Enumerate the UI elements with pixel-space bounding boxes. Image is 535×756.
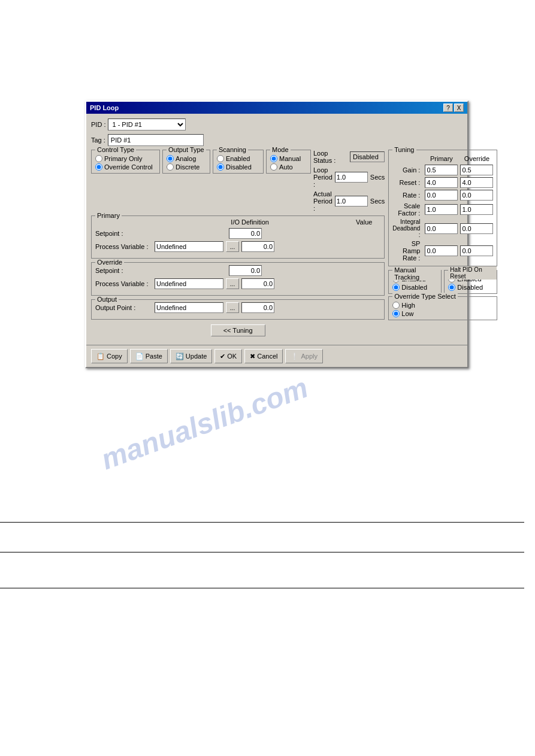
manual-tracking-disabled[interactable]: Disabled <box>392 284 437 291</box>
analog-radio[interactable] <box>167 155 174 162</box>
tuning-spramp-override[interactable] <box>460 245 493 256</box>
tuning-integral-override[interactable] <box>460 223 493 234</box>
output-section: Output Output Point : ... <box>91 299 385 320</box>
tuning-gain-primary[interactable] <box>425 165 458 175</box>
scanning-disabled-option[interactable]: Disabled <box>217 163 259 171</box>
scanning-enabled-option[interactable]: Enabled <box>217 155 259 162</box>
tuning-rate-primary[interactable] <box>425 190 458 201</box>
output-point-value[interactable] <box>241 302 274 313</box>
override-type-high-radio[interactable] <box>392 302 400 309</box>
cancel-button[interactable]: ✖ Cancel <box>244 349 283 363</box>
tuning-spramp-primary[interactable] <box>425 245 458 256</box>
override-type-low-radio[interactable] <box>392 310 400 317</box>
tuning-button[interactable]: << Tuning <box>211 324 265 336</box>
tag-input[interactable] <box>108 134 204 146</box>
override-control-label: Override Control <box>104 163 153 171</box>
manual-tracking-disabled-radio[interactable] <box>392 284 400 291</box>
mode-auto-radio[interactable] <box>270 163 277 171</box>
scanning-enabled-radio[interactable] <box>217 155 224 162</box>
mode-group: Mode Manual Auto <box>266 150 311 174</box>
override-pv-io[interactable] <box>155 278 223 289</box>
update-label: Update <box>186 353 207 360</box>
loop-status-value: Disabled <box>350 151 385 162</box>
tuning-reset-override[interactable] <box>460 177 493 188</box>
tuning-scale-primary[interactable] <box>425 204 458 215</box>
primary-only-radio[interactable] <box>95 155 102 162</box>
primary-pv-browse[interactable]: ... <box>226 241 239 252</box>
tuning-rate-override[interactable] <box>460 190 493 201</box>
tuning-integral-primary[interactable] <box>425 223 458 234</box>
primary-pv-io[interactable] <box>155 241 223 252</box>
pid-row: PID : 1 - PID #1 <box>91 119 463 130</box>
tuning-scale-override[interactable] <box>460 204 493 215</box>
copy-label: Copy <box>107 353 122 360</box>
override-pv-browse[interactable]: ... <box>226 278 239 289</box>
primary-section: Primary I/O Definition Value Setpoint : <box>91 215 385 259</box>
mode-auto-label: Auto <box>279 163 293 171</box>
actual-period-label: Actual Period : <box>313 190 333 212</box>
halt-pid-title: Halt PID On Reset <box>448 266 497 280</box>
mode-manual-option[interactable]: Manual <box>270 155 307 162</box>
loop-period-unit: Secs <box>370 174 385 181</box>
loop-period-label: Loop Period : <box>313 166 333 188</box>
update-button[interactable]: 🔄 Update <box>170 349 212 363</box>
mode-manual-radio[interactable] <box>270 155 277 162</box>
primary-only-option[interactable]: Primary Only <box>95 155 156 162</box>
primary-only-label: Primary Only <box>104 155 143 162</box>
discrete-radio[interactable] <box>167 163 174 171</box>
override-control-option[interactable]: Override Control <box>95 163 156 171</box>
help-button[interactable]: ? <box>443 104 453 112</box>
apply-button[interactable]: ❕ Apply <box>285 349 323 363</box>
pid-select[interactable]: 1 - PID #1 <box>108 119 186 130</box>
tuning-gain-row: Gain : <box>392 165 493 175</box>
tuning-spramp-row: SP Ramp Rate : <box>392 240 493 262</box>
loop-period-input[interactable] <box>335 172 368 183</box>
control-type-group: Control Type Primary Only Override Contr… <box>91 150 160 174</box>
discrete-option[interactable]: Discrete <box>167 163 206 171</box>
halt-pid-disabled[interactable]: Disabled <box>448 284 493 291</box>
halt-pid-disabled-radio[interactable] <box>448 284 455 291</box>
paste-button[interactable]: 📄 Paste <box>130 349 168 363</box>
primary-pv-label: Process Variable : <box>95 243 152 250</box>
tuning-scale-label: Scale Factor : <box>392 202 422 217</box>
manual-tracking-title: Manual Tracking <box>392 266 441 281</box>
override-pv-value[interactable] <box>241 278 274 289</box>
output-title: Output <box>95 296 119 303</box>
output-point-browse[interactable]: ... <box>226 302 239 313</box>
ok-button[interactable]: ✔ OK <box>214 349 242 363</box>
halt-pid-disabled-label: Disabled <box>457 284 483 291</box>
override-type-title: Override Type Select <box>392 293 458 300</box>
scanning-group: Scanning Enabled Disabled <box>213 150 264 174</box>
scanning-disabled-radio[interactable] <box>217 163 224 171</box>
output-point-label: Output Point : <box>95 304 152 311</box>
tuning-title: Tuning <box>392 146 416 153</box>
halt-pid-group: Halt PID On Reset Enabled Disabled <box>444 270 497 294</box>
primary-pv-value[interactable] <box>241 241 274 252</box>
override-setpoint-value[interactable] <box>229 265 262 276</box>
override-setpoint-label: Setpoint : <box>95 267 152 274</box>
primary-setpoint-label: Setpoint : <box>95 230 152 237</box>
mode-manual-label: Manual <box>279 155 301 162</box>
dialog-title: PID Loop <box>90 104 119 111</box>
tuning-integral-label: Integral Deadband : <box>392 218 422 238</box>
cancel-icon: ✖ <box>250 353 255 360</box>
tuning-panel: Tuning Primary Override Gain : <box>388 150 497 266</box>
actual-period-input[interactable] <box>335 196 368 207</box>
override-control-radio[interactable] <box>95 163 102 171</box>
tuning-gain-override[interactable] <box>460 165 493 175</box>
tuning-reset-primary[interactable] <box>425 177 458 188</box>
close-button[interactable]: X <box>454 104 464 112</box>
apply-icon: ❕ <box>291 353 299 360</box>
primary-setpoint-value[interactable] <box>229 228 262 239</box>
mode-title: Mode <box>270 146 291 153</box>
ok-icon: ✔ <box>220 353 225 360</box>
copy-button[interactable]: 📋 Copy <box>91 349 128 363</box>
output-point-io[interactable] <box>155 302 223 313</box>
analog-option[interactable]: Analog <box>167 155 206 162</box>
tuning-reset-row: Reset : <box>392 177 493 188</box>
override-type-high[interactable]: High <box>392 302 493 309</box>
scanning-disabled-label: Disabled <box>226 163 252 171</box>
mode-auto-option[interactable]: Auto <box>270 163 307 171</box>
override-type-low[interactable]: Low <box>392 310 493 317</box>
ok-label: OK <box>227 353 237 360</box>
